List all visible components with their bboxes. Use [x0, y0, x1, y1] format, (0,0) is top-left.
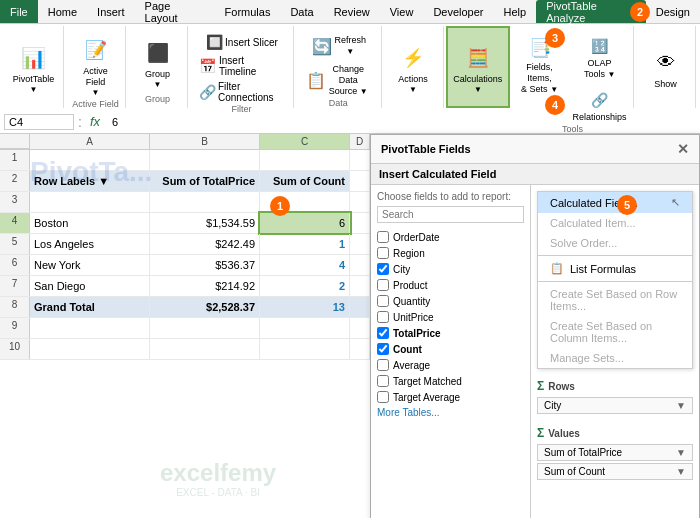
field-totalprice[interactable]: TotalPrice [377, 325, 524, 341]
field-city[interactable]: City [377, 261, 524, 277]
tab-file[interactable]: File [0, 0, 38, 23]
relationships-button[interactable]: 🔗 Relationships [569, 86, 631, 125]
tab-page-layout[interactable]: Page Layout [135, 0, 215, 23]
cell-b5[interactable]: $242.49 [150, 234, 260, 254]
cell-c1[interactable] [260, 150, 350, 170]
tab-design[interactable]: Design [646, 0, 700, 23]
cell-c5[interactable]: 1 [260, 234, 350, 254]
cell-b2[interactable]: Sum of TotalPrice [150, 171, 260, 191]
cell-d4[interactable] [350, 213, 370, 233]
create-col-set-item: Create Set Based on Column Items... [538, 316, 692, 348]
rows-city-item[interactable]: City ▼ [537, 397, 693, 414]
cell-b1[interactable] [150, 150, 260, 170]
active-field-button[interactable]: 📝 ActiveField ▼ [74, 32, 118, 99]
show-button[interactable]: 👁 Show [644, 45, 688, 92]
calculations-button[interactable]: 🧮 Calculations ▼ [449, 40, 506, 96]
cell-b9[interactable] [150, 318, 260, 338]
cell-c6[interactable]: 4 [260, 255, 350, 275]
field-count[interactable]: Count [377, 341, 524, 357]
calc-field-header: Insert Calculated Field [371, 164, 699, 185]
field-target-average[interactable]: Target Average [377, 389, 524, 405]
rows-city-arrow: ▼ [676, 400, 686, 411]
cell-a4[interactable]: Boston [30, 213, 150, 233]
tab-view[interactable]: View [380, 0, 424, 23]
group-button[interactable]: ⬛ Group ▼ [136, 35, 180, 91]
tab-developer[interactable]: Developer [423, 0, 493, 23]
cell-a10[interactable] [30, 339, 150, 359]
insert-timeline-button[interactable]: 📅 Insert Timeline [196, 54, 287, 78]
values-count-item[interactable]: Sum of Count ▼ [537, 463, 693, 480]
cell-b6[interactable]: $536.37 [150, 255, 260, 275]
tab-review[interactable]: Review [324, 0, 380, 23]
cell-c10[interactable] [260, 339, 350, 359]
more-tables-link[interactable]: More Tables... [377, 405, 524, 420]
insert-slicer-button[interactable]: 🔲 Insert Slicer [202, 32, 281, 52]
olap-tools-button[interactable]: 🔢 OLAPTools ▼ [569, 32, 631, 82]
group-arrow: ▼ [154, 80, 162, 89]
pivottable-button[interactable]: 📊 PivotTable ▼ [9, 40, 59, 96]
field-average[interactable]: Average [377, 357, 524, 373]
calculations-label: Calculations [453, 74, 502, 85]
list-formulas-item[interactable]: 📋 List Formulas [538, 258, 692, 279]
cell-d5[interactable] [350, 234, 370, 254]
choose-fields-label: Choose fields to add to report: [377, 191, 524, 202]
field-target-matched[interactable]: Target Matched [377, 373, 524, 389]
cell-b7[interactable]: $214.92 [150, 276, 260, 296]
field-product[interactable]: Product [377, 277, 524, 293]
cell-d3[interactable] [350, 192, 370, 212]
list-formulas-icon: 📋 [550, 262, 564, 275]
cell-c9[interactable] [260, 318, 350, 338]
watermark: excelfemy EXCEL - DATA · BI [160, 459, 276, 498]
cell-d6[interactable] [350, 255, 370, 275]
tab-insert[interactable]: Insert [87, 0, 135, 23]
cell-d9[interactable] [350, 318, 370, 338]
cell-d10[interactable] [350, 339, 370, 359]
cell-d1[interactable] [350, 150, 370, 170]
actions-button[interactable]: ⚡ Actions ▼ [391, 40, 435, 96]
cell-a5[interactable]: Los Angeles [30, 234, 150, 254]
field-quantity[interactable]: Quantity [377, 293, 524, 309]
menu-separator-2 [538, 281, 692, 282]
cell-a7[interactable]: San Diego [30, 276, 150, 296]
change-data-source-button[interactable]: 📋 Change DataSource ▼ [302, 62, 375, 98]
cell-d7[interactable] [350, 276, 370, 296]
filter-connections-button[interactable]: 🔗 Filter Connections [196, 80, 287, 104]
cell-c8[interactable]: 13 [260, 297, 350, 317]
filter-connections-label: Filter Connections [218, 81, 284, 103]
tab-home[interactable]: Home [38, 0, 87, 23]
cell-b4[interactable]: $1,534.59 [150, 213, 260, 233]
field-region[interactable]: Region [377, 245, 524, 261]
refresh-button[interactable]: 🔄 Refresh▼ [306, 32, 370, 60]
cell-d2[interactable] [350, 171, 370, 191]
olap-icon: 🔢 [588, 34, 612, 58]
tab-formulas[interactable]: Formulas [215, 0, 281, 23]
fields-search-input[interactable] [377, 206, 524, 223]
calculated-field-item[interactable]: Calculated Field... ↖ [538, 192, 692, 213]
ribbon-group-tools: 📑 Fields, Items,& Sets ▼ 🔢 OLAPTools ▼ 🔗… [512, 26, 634, 108]
cell-a2[interactable]: Row Labels ▼ [30, 171, 150, 191]
cell-a1[interactable] [30, 150, 150, 170]
panel-close-button[interactable]: ✕ [677, 141, 689, 157]
tab-data[interactable]: Data [280, 0, 323, 23]
refresh-icon: 🔄 [310, 34, 334, 58]
cell-a9[interactable] [30, 318, 150, 338]
cell-b8[interactable]: $2,528.37 [150, 297, 260, 317]
cell-c2[interactable]: Sum of Count [260, 171, 350, 191]
cell-b10[interactable] [150, 339, 260, 359]
cell-a3[interactable] [30, 192, 150, 212]
values-totalprice-item[interactable]: Sum of TotalPrice ▼ [537, 444, 693, 461]
tab-help[interactable]: Help [494, 0, 537, 23]
active-field-arrow: ▼ [92, 88, 100, 97]
cell-c7[interactable]: 2 [260, 276, 350, 296]
field-unitprice[interactable]: UnitPrice [377, 309, 524, 325]
field-orderdate[interactable]: OrderDate [377, 229, 524, 245]
filter-group-label: Filter [231, 104, 251, 116]
cell-a6[interactable]: New York [30, 255, 150, 275]
ribbon-tabs: File Home Insert Page Layout Formulas Da… [0, 0, 700, 24]
cell-c4[interactable]: 6 [260, 213, 350, 233]
name-box[interactable] [4, 114, 74, 130]
cell-a8[interactable]: Grand Total [30, 297, 150, 317]
cell-b3[interactable] [150, 192, 260, 212]
cell-d8[interactable] [350, 297, 370, 317]
badge-1: 1 [270, 196, 290, 216]
